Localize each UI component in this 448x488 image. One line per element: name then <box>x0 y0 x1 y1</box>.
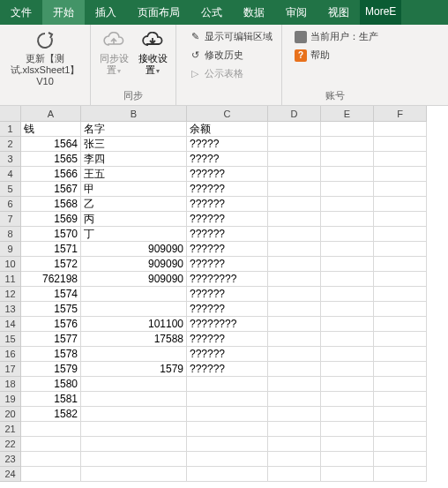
cell-C20[interactable] <box>187 407 268 422</box>
cell-F11[interactable] <box>374 272 427 287</box>
cell-D17[interactable] <box>268 362 321 377</box>
cell-F13[interactable] <box>374 302 427 317</box>
row-header-18[interactable]: 18 <box>0 377 21 392</box>
cell-C5[interactable]: ?????? <box>187 182 268 197</box>
row-header-6[interactable]: 6 <box>0 197 21 212</box>
cell-C21[interactable] <box>187 422 268 437</box>
cell-C17[interactable]: ?????? <box>187 362 268 377</box>
row-header-20[interactable]: 20 <box>0 407 21 422</box>
cell-B24[interactable] <box>81 467 187 482</box>
row-header-24[interactable]: 24 <box>0 467 21 482</box>
cell-E1[interactable] <box>321 122 374 137</box>
cell-C22[interactable] <box>187 437 268 452</box>
cell-A10[interactable]: 1572 <box>21 257 81 272</box>
cell-D7[interactable] <box>268 212 321 227</box>
cell-F7[interactable] <box>374 212 427 227</box>
tab-MoreE[interactable]: MoreE <box>360 0 401 25</box>
col-header-D[interactable]: D <box>268 106 321 122</box>
cell-E24[interactable] <box>321 467 374 482</box>
cell-B16[interactable] <box>81 347 187 362</box>
row-header-15[interactable]: 15 <box>0 332 21 347</box>
cell-F5[interactable] <box>374 182 427 197</box>
cell-B21[interactable] <box>81 422 187 437</box>
recv-settings-button[interactable]: 接收设置▾ <box>135 28 170 79</box>
cell-F8[interactable] <box>374 227 427 242</box>
cell-D2[interactable] <box>268 137 321 152</box>
cell-F21[interactable] <box>374 422 427 437</box>
cell-B5[interactable]: 甲 <box>81 182 187 197</box>
cell-A8[interactable]: 1570 <box>21 227 81 242</box>
cell-A6[interactable]: 1568 <box>21 197 81 212</box>
row-header-22[interactable]: 22 <box>0 437 21 452</box>
tab-审阅[interactable]: 审阅 <box>275 0 317 25</box>
cell-C3[interactable]: ????? <box>187 152 268 167</box>
row-header-2[interactable]: 2 <box>0 137 21 152</box>
spreadsheet[interactable]: ABCDEF 1钱名字余额21564张三?????31565李四?????415… <box>0 106 448 482</box>
cell-E14[interactable] <box>321 317 374 332</box>
cell-C10[interactable]: ?????? <box>187 257 268 272</box>
cell-C16[interactable]: ?????? <box>187 347 268 362</box>
cell-A9[interactable]: 1571 <box>21 242 81 257</box>
cell-C12[interactable]: ?????? <box>187 287 268 302</box>
cell-A15[interactable]: 1577 <box>21 332 81 347</box>
cell-E13[interactable] <box>321 302 374 317</box>
cell-F1[interactable] <box>374 122 427 137</box>
cell-C18[interactable] <box>187 377 268 392</box>
row-header-5[interactable]: 5 <box>0 182 21 197</box>
cell-C11[interactable]: ???????? <box>187 272 268 287</box>
cell-B1[interactable]: 名字 <box>81 122 187 137</box>
cell-F24[interactable] <box>374 467 427 482</box>
row-header-17[interactable]: 17 <box>0 362 21 377</box>
cell-B17[interactable]: 1579 <box>81 362 187 377</box>
cell-A5[interactable]: 1567 <box>21 182 81 197</box>
row-header-4[interactable]: 4 <box>0 167 21 182</box>
tab-数据[interactable]: 数据 <box>233 0 275 25</box>
cell-E18[interactable] <box>321 377 374 392</box>
cell-D10[interactable] <box>268 257 321 272</box>
cell-B19[interactable] <box>81 392 187 407</box>
cell-B11[interactable]: 909090 <box>81 272 187 287</box>
cell-A16[interactable]: 1578 <box>21 347 81 362</box>
select-all-corner[interactable] <box>0 106 21 122</box>
cell-D6[interactable] <box>268 197 321 212</box>
cell-F12[interactable] <box>374 287 427 302</box>
current-user-button[interactable]: 当前用户：生产 <box>291 28 382 45</box>
cell-C2[interactable]: ????? <box>187 137 268 152</box>
cell-C13[interactable]: ?????? <box>187 302 268 317</box>
cell-E2[interactable] <box>321 137 374 152</box>
row-header-9[interactable]: 9 <box>0 242 21 257</box>
cell-D4[interactable] <box>268 167 321 182</box>
cell-E3[interactable] <box>321 152 374 167</box>
cell-D24[interactable] <box>268 467 321 482</box>
tab-插入[interactable]: 插入 <box>85 0 127 25</box>
cell-B2[interactable]: 张三 <box>81 137 187 152</box>
cell-A2[interactable]: 1564 <box>21 137 81 152</box>
cell-F22[interactable] <box>374 437 427 452</box>
cell-E9[interactable] <box>321 242 374 257</box>
cell-F17[interactable] <box>374 362 427 377</box>
cell-F19[interactable] <box>374 392 427 407</box>
cell-F10[interactable] <box>374 257 427 272</box>
cell-B8[interactable]: 丁 <box>81 227 187 242</box>
cell-F9[interactable] <box>374 242 427 257</box>
col-header-E[interactable]: E <box>321 106 374 122</box>
cell-A23[interactable] <box>21 452 81 467</box>
cell-F15[interactable] <box>374 332 427 347</box>
cell-E11[interactable] <box>321 272 374 287</box>
cell-C19[interactable] <box>187 392 268 407</box>
cell-F18[interactable] <box>374 377 427 392</box>
cell-A11[interactable]: 762198 <box>21 272 81 287</box>
cell-F16[interactable] <box>374 347 427 362</box>
cell-C23[interactable] <box>187 452 268 467</box>
row-header-7[interactable]: 7 <box>0 212 21 227</box>
tab-视图[interactable]: 视图 <box>317 0 360 25</box>
cell-A14[interactable]: 1576 <box>21 317 81 332</box>
cell-A20[interactable]: 1582 <box>21 407 81 422</box>
row-header-8[interactable]: 8 <box>0 227 21 242</box>
cell-D20[interactable] <box>268 407 321 422</box>
cell-D1[interactable] <box>268 122 321 137</box>
cell-A7[interactable]: 1569 <box>21 212 81 227</box>
cell-D5[interactable] <box>268 182 321 197</box>
cell-E7[interactable] <box>321 212 374 227</box>
show-editable-button[interactable]: ✎ 显示可编辑区域 <box>185 28 276 45</box>
